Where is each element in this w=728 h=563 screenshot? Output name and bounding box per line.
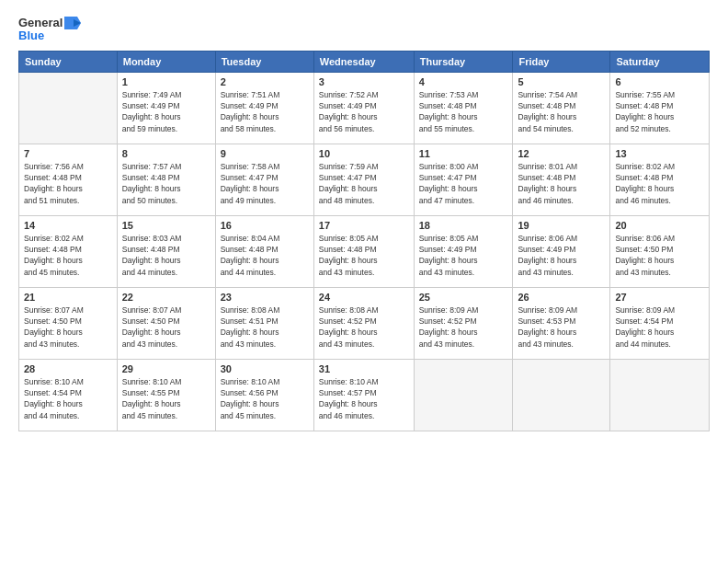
day-number: 5 [518,76,605,87]
day-number: 8 [122,148,210,159]
day-info: Sunrise: 7:54 AM Sunset: 4:48 PM Dayligh… [518,89,605,134]
day-info: Sunrise: 8:10 AM Sunset: 4:57 PM Dayligh… [319,376,409,421]
week-row-1: 1Sunrise: 7:49 AM Sunset: 4:49 PM Daylig… [19,72,710,144]
day-number: 31 [319,363,409,374]
calendar-cell: 31Sunrise: 8:10 AM Sunset: 4:57 PM Dayli… [313,359,414,431]
day-info: Sunrise: 7:57 AM Sunset: 4:48 PM Dayligh… [122,161,210,206]
week-row-4: 21Sunrise: 8:07 AM Sunset: 4:50 PM Dayli… [19,287,710,359]
calendar-cell [19,72,118,144]
day-info: Sunrise: 8:09 AM Sunset: 4:52 PM Dayligh… [419,304,508,350]
calendar-cell: 25Sunrise: 8:09 AM Sunset: 4:52 PM Dayli… [414,287,513,359]
day-info: Sunrise: 8:10 AM Sunset: 4:55 PM Dayligh… [122,376,210,421]
calendar-cell: 22Sunrise: 8:07 AM Sunset: 4:50 PM Dayli… [117,287,215,359]
day-number: 3 [319,76,409,87]
day-info: Sunrise: 8:07 AM Sunset: 4:50 PM Dayligh… [24,304,112,350]
day-info: Sunrise: 8:10 AM Sunset: 4:54 PM Dayligh… [24,376,112,421]
calendar-cell: 15Sunrise: 8:03 AM Sunset: 4:48 PM Dayli… [117,215,215,287]
day-number: 20 [615,220,704,231]
calendar-table: SundayMondayTuesdayWednesdayThursdayFrid… [18,51,710,431]
calendar-cell: 19Sunrise: 8:06 AM Sunset: 4:49 PM Dayli… [513,215,610,287]
calendar-cell: 12Sunrise: 8:01 AM Sunset: 4:48 PM Dayli… [513,144,610,215]
day-number: 6 [615,76,704,87]
day-number: 9 [221,148,309,159]
day-number: 23 [221,292,309,303]
logo-arrow-icon [64,17,81,29]
col-header-tuesday: Tuesday [215,51,313,72]
week-row-2: 7Sunrise: 7:56 AM Sunset: 4:48 PM Daylig… [19,144,710,215]
day-info: Sunrise: 8:06 AM Sunset: 4:49 PM Dayligh… [518,233,605,278]
calendar-cell: 13Sunrise: 8:02 AM Sunset: 4:48 PM Dayli… [610,144,710,215]
day-number: 7 [24,148,112,159]
day-info: Sunrise: 7:59 AM Sunset: 4:47 PM Dayligh… [319,161,409,206]
calendar-cell: 7Sunrise: 7:56 AM Sunset: 4:48 PM Daylig… [19,144,118,215]
day-info: Sunrise: 8:08 AM Sunset: 4:51 PM Dayligh… [221,304,309,350]
col-header-thursday: Thursday [414,51,513,72]
day-info: Sunrise: 8:09 AM Sunset: 4:54 PM Dayligh… [615,304,704,350]
day-info: Sunrise: 7:52 AM Sunset: 4:49 PM Dayligh… [319,89,409,134]
header: General Blue [18,17,710,43]
col-header-wednesday: Wednesday [313,51,414,72]
calendar-cell: 8Sunrise: 7:57 AM Sunset: 4:48 PM Daylig… [117,144,215,215]
day-number: 2 [221,76,309,87]
day-info: Sunrise: 8:05 AM Sunset: 4:48 PM Dayligh… [319,233,409,278]
col-header-monday: Monday [117,51,215,72]
header-row: SundayMondayTuesdayWednesdayThursdayFrid… [19,51,710,72]
calendar-cell: 27Sunrise: 8:09 AM Sunset: 4:54 PM Dayli… [610,287,710,359]
calendar-cell: 1Sunrise: 7:49 AM Sunset: 4:49 PM Daylig… [117,72,215,144]
calendar-cell: 23Sunrise: 8:08 AM Sunset: 4:51 PM Dayli… [215,287,313,359]
calendar-cell: 6Sunrise: 7:55 AM Sunset: 4:48 PM Daylig… [610,72,710,144]
calendar-cell: 4Sunrise: 7:53 AM Sunset: 4:48 PM Daylig… [414,72,513,144]
logo-general: General [18,17,63,29]
calendar-cell: 18Sunrise: 8:05 AM Sunset: 4:49 PM Dayli… [414,215,513,287]
day-number: 10 [319,148,409,159]
day-info: Sunrise: 8:03 AM Sunset: 4:48 PM Dayligh… [122,233,210,278]
day-number: 16 [221,220,309,231]
day-number: 26 [518,292,605,303]
calendar-cell [610,359,710,431]
day-info: Sunrise: 7:56 AM Sunset: 4:48 PM Dayligh… [24,161,112,206]
day-number: 19 [518,220,605,231]
day-number: 24 [319,292,409,303]
col-header-saturday: Saturday [610,51,710,72]
day-info: Sunrise: 7:53 AM Sunset: 4:48 PM Dayligh… [419,89,508,134]
calendar-cell: 9Sunrise: 7:58 AM Sunset: 4:47 PM Daylig… [215,144,313,215]
day-number: 15 [122,220,210,231]
day-number: 18 [419,220,508,231]
calendar-cell: 3Sunrise: 7:52 AM Sunset: 4:49 PM Daylig… [313,72,414,144]
calendar-cell [414,359,513,431]
day-number: 25 [419,292,508,303]
day-info: Sunrise: 7:58 AM Sunset: 4:47 PM Dayligh… [221,161,309,206]
calendar-cell: 10Sunrise: 7:59 AM Sunset: 4:47 PM Dayli… [313,144,414,215]
col-header-friday: Friday [513,51,610,72]
calendar-cell: 14Sunrise: 8:02 AM Sunset: 4:48 PM Dayli… [19,215,118,287]
day-number: 22 [122,292,210,303]
logo: General Blue [18,17,81,43]
calendar-cell: 29Sunrise: 8:10 AM Sunset: 4:55 PM Dayli… [117,359,215,431]
calendar-cell: 24Sunrise: 8:08 AM Sunset: 4:52 PM Dayli… [313,287,414,359]
day-info: Sunrise: 7:51 AM Sunset: 4:49 PM Dayligh… [221,89,309,134]
calendar-cell: 16Sunrise: 8:04 AM Sunset: 4:48 PM Dayli… [215,215,313,287]
day-number: 11 [419,148,508,159]
calendar-cell: 21Sunrise: 8:07 AM Sunset: 4:50 PM Dayli… [19,287,118,359]
day-info: Sunrise: 8:06 AM Sunset: 4:50 PM Dayligh… [615,233,704,278]
day-number: 17 [319,220,409,231]
day-info: Sunrise: 8:08 AM Sunset: 4:52 PM Dayligh… [319,304,409,350]
page: General Blue SundayMondayTuesdayWednesda… [0,0,728,563]
week-row-3: 14Sunrise: 8:02 AM Sunset: 4:48 PM Dayli… [19,215,710,287]
calendar-cell: 11Sunrise: 8:00 AM Sunset: 4:47 PM Dayli… [414,144,513,215]
day-number: 28 [24,363,112,374]
calendar-cell: 30Sunrise: 8:10 AM Sunset: 4:56 PM Dayli… [215,359,313,431]
logo-blue: Blue [18,29,44,42]
calendar-cell: 5Sunrise: 7:54 AM Sunset: 4:48 PM Daylig… [513,72,610,144]
calendar-cell: 20Sunrise: 8:06 AM Sunset: 4:50 PM Dayli… [610,215,710,287]
calendar-cell: 28Sunrise: 8:10 AM Sunset: 4:54 PM Dayli… [19,359,118,431]
week-row-5: 28Sunrise: 8:10 AM Sunset: 4:54 PM Dayli… [19,359,710,431]
day-info: Sunrise: 8:00 AM Sunset: 4:47 PM Dayligh… [419,161,508,206]
day-info: Sunrise: 8:05 AM Sunset: 4:49 PM Dayligh… [419,233,508,278]
day-info: Sunrise: 8:09 AM Sunset: 4:53 PM Dayligh… [518,304,605,350]
day-number: 27 [615,292,704,303]
day-number: 14 [24,220,112,231]
day-number: 12 [518,148,605,159]
day-number: 4 [419,76,508,87]
calendar-cell: 2Sunrise: 7:51 AM Sunset: 4:49 PM Daylig… [215,72,313,144]
